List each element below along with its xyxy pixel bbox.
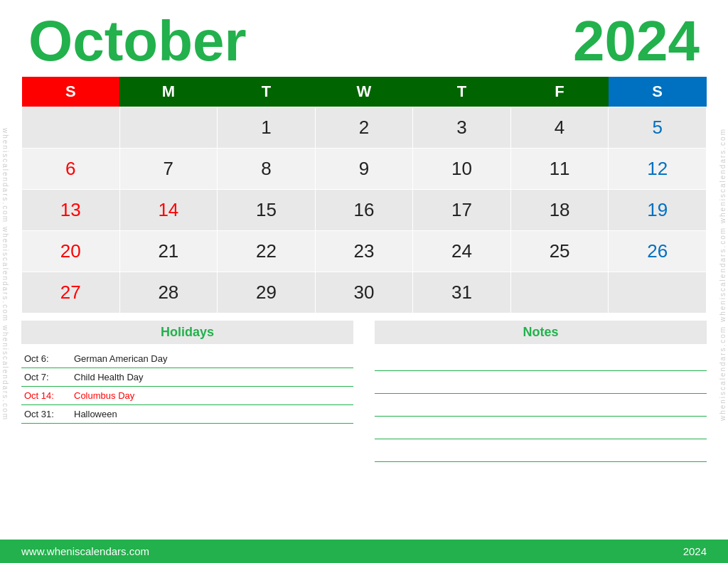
holiday-date: Oct 6: [24,353,74,364]
calendar-day: 17 [413,189,511,230]
calendar-day: 21 [119,230,218,272]
calendar-day: 14 [119,189,218,230]
footer: www.wheniscalendars.com 2024 [0,540,728,563]
calendar-day: 26 [609,230,707,272]
calendar-day: 8 [218,148,316,189]
notes-line [375,372,707,394]
holiday-date: Oct 14: [24,390,74,401]
calendar-day [510,272,609,313]
calendar-page: October 2024 S M T W T F S 1234567891011… [0,0,728,563]
calendar-day: 4 [510,107,609,148]
calendar-day: 25 [510,230,609,272]
calendar-day: 20 [22,230,120,272]
header-thursday: T [413,77,511,107]
calendar-day: 11 [510,148,609,189]
holidays-list: Oct 6:German American DayOct 7:Child Hea… [21,350,353,424]
calendar-week-3: 13141516171819 [22,189,707,230]
bottom-section: Holidays Oct 6:German American DayOct 7:… [0,313,728,540]
calendar-day: 28 [119,272,218,313]
footer-url: www.wheniscalendars.com [21,545,149,557]
year-title: 2024 [573,13,700,70]
calendar-day [119,107,218,148]
notes-line [375,395,707,417]
calendar-day: 3 [413,107,511,148]
notes-line [375,418,707,439]
calendar-day: 13 [22,189,120,230]
calendar-day: 10 [413,148,511,189]
calendar-week-4: 20212223242526 [22,230,707,272]
holidays-header: Holidays [21,321,353,344]
calendar-day: 7 [119,148,218,189]
calendar-day: 2 [315,107,413,148]
holiday-name: Child Health Day [74,372,144,382]
holidays-section: Holidays Oct 6:German American DayOct 7:… [21,321,353,540]
calendar-week-5: 2728293031 [22,272,707,313]
header-wednesday: W [315,77,413,107]
calendar-day: 23 [315,230,413,272]
calendar-day: 31 [413,272,511,313]
calendar-week-1: 12345 [22,107,707,148]
holiday-date: Oct 7: [24,372,74,382]
calendar-day: 27 [22,272,120,313]
watermark-right: wheniscalendars.com wheniscalendars.com … [719,128,727,421]
header-sunday: S [22,77,120,107]
calendar-table: S M T W T F S 12345678910111213141516171… [21,77,707,313]
calendar-day: 5 [609,107,707,148]
holiday-name: German American Day [74,353,168,364]
calendar-day: 30 [315,272,413,313]
calendar-day: 16 [315,189,413,230]
calendar-day: 24 [413,230,511,272]
calendar-header-row: S M T W T F S [22,77,707,107]
month-title: October [28,13,247,70]
calendar-day: 9 [315,148,413,189]
holiday-item: Oct 6:German American Day [21,350,353,368]
header-friday: F [510,77,609,107]
notes-lines [375,350,707,462]
holiday-date: Oct 31: [24,409,74,419]
calendar-day: 1 [218,107,316,148]
calendar-day: 22 [218,230,316,272]
header: October 2024 [0,0,728,77]
calendar-day: 15 [218,189,316,230]
calendar-day: 18 [510,189,609,230]
notes-header: Notes [375,321,707,344]
holiday-item: Oct 31:Halloween [21,405,353,424]
calendar-day [22,107,120,148]
notes-line [375,350,707,371]
calendar-body: 1234567891011121314151617181920212223242… [22,107,707,313]
calendar-day: 6 [22,148,120,189]
calendar-day [609,272,707,313]
holiday-item: Oct 14:Columbus Day [21,387,353,405]
holiday-name: Columbus Day [74,390,134,401]
holiday-item: Oct 7:Child Health Day [21,368,353,387]
calendar-day: 19 [609,189,707,230]
calendar-day: 12 [609,148,707,189]
holiday-name: Halloween [74,409,117,419]
calendar-wrapper: S M T W T F S 12345678910111213141516171… [0,77,728,313]
header-tuesday: T [218,77,316,107]
calendar-day: 29 [218,272,316,313]
watermark-left: wheniscalendars.com wheniscalendars.com … [1,128,9,421]
header-monday: M [119,77,218,107]
footer-year: 2024 [683,545,707,557]
notes-section: Notes [375,321,707,540]
calendar-week-2: 6789101112 [22,148,707,189]
header-saturday: S [609,77,707,107]
notes-line [375,441,707,462]
